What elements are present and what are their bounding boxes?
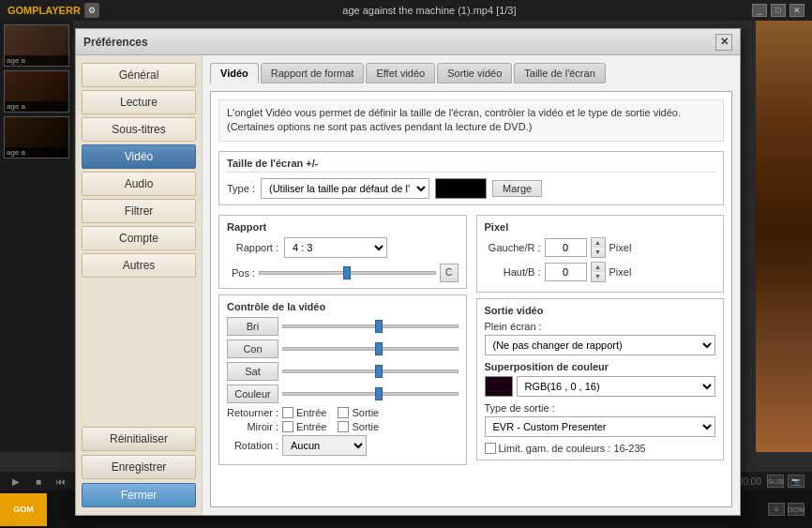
retourner-entree-item: Entrée bbox=[282, 407, 326, 418]
bottom-icons: ≡ GOM bbox=[760, 503, 812, 516]
subtitle-icon[interactable]: SUB bbox=[767, 475, 784, 488]
plein-ecran-label: Plein écran : bbox=[485, 321, 716, 332]
tab-bar: Vidéo Rapport de format Effet vidéo Sort… bbox=[210, 63, 732, 83]
stop-button[interactable]: ■ bbox=[30, 473, 47, 490]
type-sortie-label: Type de sortie : bbox=[485, 402, 716, 414]
close-button[interactable]: ✕ bbox=[789, 4, 804, 17]
pos-reset-button[interactable]: C bbox=[440, 264, 459, 282]
gauche-spinner[interactable]: ▲ ▼ bbox=[591, 237, 606, 258]
info-box: L'onglet Vidéo vous permet de définir la… bbox=[218, 99, 724, 142]
rotation-label: Rotation : bbox=[227, 440, 278, 451]
fermer-button[interactable]: Fermer bbox=[82, 483, 196, 507]
miroir-sortie-checkbox[interactable] bbox=[338, 421, 349, 432]
sortie-video-section: Sortie vidéo Plein écran : (Ne pas chang… bbox=[476, 298, 725, 460]
bri-button[interactable]: Bri bbox=[227, 317, 278, 336]
limit-couleurs-checkbox[interactable] bbox=[485, 443, 496, 454]
retourner-label: Retourner : bbox=[227, 407, 278, 418]
preferences-dialog: Préférences ✕ Général Lecture Sous-titre… bbox=[75, 28, 741, 516]
gauche-down[interactable]: ▼ bbox=[592, 248, 605, 257]
pos-label: Pos : bbox=[227, 267, 255, 279]
haut-row: Haut/B : ▲ ▼ Pixel bbox=[485, 262, 716, 282]
gauche-label: Gauche/R : bbox=[485, 242, 541, 253]
reinitialiser-button[interactable]: Réinitialiser bbox=[82, 427, 196, 451]
thumb-2[interactable]: age a bbox=[4, 70, 69, 113]
right-panel bbox=[756, 21, 812, 452]
play-button[interactable]: ▶ bbox=[8, 473, 24, 490]
rapport-select[interactable]: 4 : 3 bbox=[284, 237, 387, 258]
couleur-slider[interactable] bbox=[282, 392, 459, 396]
file-title: age against the machine (1).mp4 [1/3] bbox=[107, 5, 752, 16]
taille-ecran-title: Taille de l'écran +/- bbox=[227, 158, 715, 173]
couleur-button[interactable]: Couleur bbox=[227, 385, 278, 403]
gauche-up[interactable]: ▲ bbox=[592, 238, 605, 248]
maximize-button[interactable]: □ bbox=[771, 4, 786, 17]
plein-ecran-select[interactable]: (Ne pas changer de rapport) bbox=[485, 335, 716, 355]
sidebar-item-audio[interactable]: Audio bbox=[82, 172, 196, 196]
superposition-rgb-select[interactable]: RGB(16 , 0 , 16) bbox=[517, 376, 716, 397]
thumb-3[interactable]: age a bbox=[4, 116, 69, 158]
retourner-entree-checkbox[interactable] bbox=[282, 407, 293, 418]
superposition-color-row: RGB(16 , 0 , 16) bbox=[485, 376, 716, 397]
thumb-1[interactable]: age a bbox=[4, 24, 69, 67]
tab-effet[interactable]: Effet vidéo bbox=[366, 63, 435, 83]
tab-taille[interactable]: Taille de l'écran bbox=[514, 63, 605, 83]
thumb-2-label: age a bbox=[5, 101, 68, 112]
screenshot-icon[interactable]: 📷 bbox=[788, 475, 804, 488]
retourner-sortie-checkbox[interactable] bbox=[338, 407, 349, 418]
eq-icon[interactable]: ≡ bbox=[768, 503, 785, 516]
superposition-color-box[interactable] bbox=[485, 376, 513, 397]
sat-row: Sat bbox=[227, 362, 459, 381]
window-controls: _ □ ✕ bbox=[752, 4, 804, 17]
type-sortie-select[interactable]: EVR - Custom Presenter bbox=[485, 416, 716, 437]
minimize-button[interactable]: _ bbox=[752, 4, 767, 17]
content-area: L'onglet Vidéo vous permet de définir la… bbox=[210, 91, 732, 507]
gauche-input[interactable] bbox=[545, 238, 587, 257]
sidebar-item-general[interactable]: Général bbox=[82, 63, 196, 87]
right-col: Pixel Gauche/R : ▲ ▼ Pixel bbox=[476, 215, 725, 471]
haut-input[interactable] bbox=[545, 263, 587, 281]
sidebar-item-sous-titres[interactable]: Sous-titres bbox=[82, 117, 196, 142]
haut-unit: Pixel bbox=[609, 266, 632, 278]
sat-slider[interactable] bbox=[282, 370, 459, 373]
type-label: Type : bbox=[227, 183, 255, 194]
haut-up[interactable]: ▲ bbox=[592, 263, 605, 272]
prev-button[interactable]: ⏮ bbox=[53, 473, 69, 490]
sortie-video-title: Sortie vidéo bbox=[485, 305, 716, 316]
dialog-close-button[interactable]: ✕ bbox=[715, 34, 732, 51]
sidebar-item-video[interactable]: Vidéo bbox=[82, 144, 196, 169]
rapport-label: Rapport : bbox=[227, 242, 278, 253]
con-row: Con bbox=[227, 339, 459, 358]
rotation-select[interactable]: Aucun bbox=[282, 435, 367, 456]
sidebar-item-filtrer[interactable]: Filtrer bbox=[82, 199, 196, 223]
sidebar-item-compte[interactable]: Compte bbox=[82, 226, 196, 250]
tab-rapport[interactable]: Rapport de format bbox=[261, 63, 365, 83]
marge-button[interactable]: Marge bbox=[492, 180, 542, 197]
gom-end-logo[interactable]: GOM bbox=[788, 503, 804, 516]
haut-down[interactable]: ▼ bbox=[592, 272, 605, 281]
playlist-panel: age a age a age a bbox=[0, 21, 73, 452]
pos-slider[interactable] bbox=[259, 271, 436, 275]
sidebar-actions: Réinitialiser Enregistrer Fermer bbox=[82, 427, 196, 507]
type-select[interactable]: (Utiliser la taille par défaut de l'écra… bbox=[261, 178, 429, 199]
enregistrer-button[interactable]: Enregistrer bbox=[82, 455, 196, 479]
rapport-row: Rapport : 4 : 3 bbox=[227, 237, 459, 258]
sidebar-item-autres[interactable]: Autres bbox=[82, 253, 196, 278]
haut-spinner[interactable]: ▲ ▼ bbox=[591, 262, 606, 282]
app-logo: GOMPLAYERR bbox=[8, 5, 81, 16]
pixel-section: Pixel Gauche/R : ▲ ▼ Pixel bbox=[476, 215, 725, 293]
tab-video[interactable]: Vidéo bbox=[210, 63, 259, 83]
dialog-title-bar: Préférences ✕ bbox=[76, 29, 740, 55]
sidebar-item-lecture[interactable]: Lecture bbox=[82, 90, 196, 114]
gauche-unit: Pixel bbox=[609, 242, 632, 253]
type-row: Type : (Utiliser la taille par défaut de… bbox=[227, 178, 715, 199]
color-preview[interactable] bbox=[435, 178, 487, 199]
bri-slider[interactable] bbox=[282, 324, 459, 328]
tab-sortie[interactable]: Sortie vidéo bbox=[437, 63, 512, 83]
miroir-sortie-label: Sortie bbox=[352, 421, 379, 432]
taille-ecran-section: Taille de l'écran +/- Type : (Utiliser l… bbox=[218, 151, 724, 205]
con-button[interactable]: Con bbox=[227, 339, 278, 358]
con-slider[interactable] bbox=[282, 347, 459, 351]
retourner-sortie-item: Sortie bbox=[338, 407, 379, 418]
sat-button[interactable]: Sat bbox=[227, 362, 278, 381]
miroir-entree-checkbox[interactable] bbox=[282, 421, 293, 432]
